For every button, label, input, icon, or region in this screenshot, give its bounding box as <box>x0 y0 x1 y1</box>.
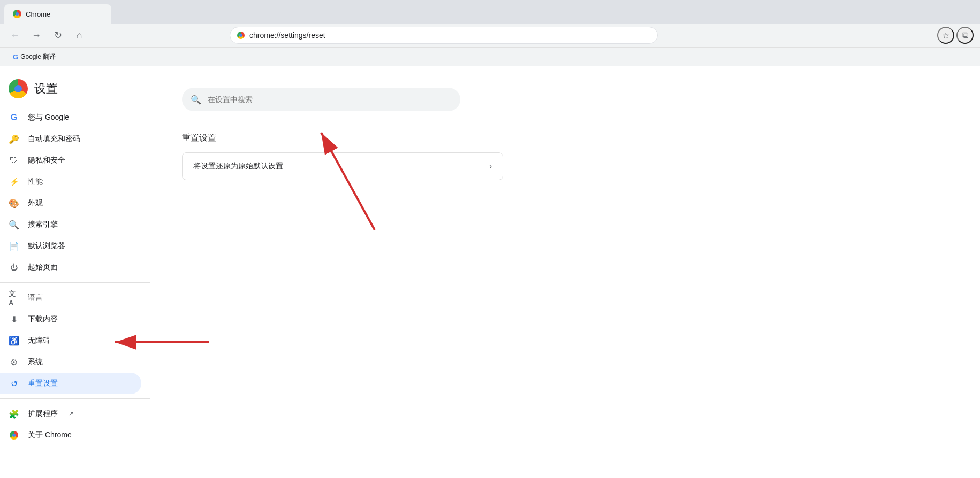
about-icon <box>9 430 19 441</box>
sidebar-item-extensions[interactable]: 🧩 扩展程序 ↗ <box>0 403 141 425</box>
toolbar-right: ☆ ⧉ <box>937 27 974 44</box>
reset-card-label: 将设置还原为原始默认设置 <box>193 161 283 171</box>
address-text: chrome://settings/reset <box>249 31 325 40</box>
bookmark-button[interactable]: ☆ <box>937 27 954 44</box>
sidebar-item-label-search: 搜索引擎 <box>28 220 58 229</box>
settings-title: 设置 <box>34 81 58 97</box>
reload-button[interactable]: ↻ <box>49 27 66 44</box>
search-input[interactable] <box>208 95 452 104</box>
address-bar[interactable]: chrome://settings/reset <box>230 27 658 44</box>
forward-button[interactable]: → <box>28 27 45 44</box>
sidebar-item-label-accessibility: 无障碍 <box>28 336 50 345</box>
settings-logo <box>9 79 28 98</box>
sidebar-item-label-startup: 起始页面 <box>28 263 58 272</box>
external-link-icon: ↗ <box>69 410 74 418</box>
sidebar-item-search[interactable]: 🔍 搜索引擎 <box>0 214 141 235</box>
tab-label: Chrome <box>26 10 50 18</box>
active-tab[interactable]: Chrome <box>4 4 111 24</box>
search-bar[interactable]: 🔍 <box>182 88 460 111</box>
sidebar-item-label-system: 系统 <box>28 357 43 367</box>
sidebar-item-appearance[interactable]: 🎨 外观 <box>0 192 141 214</box>
sidebar-item-autofill[interactable]: 🔑 自动填充和密码 <box>0 128 141 150</box>
bookmark-label: Google 翻译 <box>20 52 56 61</box>
sidebar-item-privacy[interactable]: 🛡 隐私和安全 <box>0 150 141 171</box>
bookmark-google-translate[interactable]: G Google 翻译 <box>9 50 60 64</box>
sidebar-item-label-autofill: 自动填充和密码 <box>28 134 80 144</box>
reset-icon: ↺ <box>9 378 19 389</box>
search-icon: 🔍 <box>191 95 201 105</box>
bookmarks-bar: G Google 翻译 <box>0 47 980 66</box>
sidebar-item-downloads[interactable]: ⬇ 下载内容 <box>0 309 141 330</box>
sidebar-divider <box>0 282 150 283</box>
search-engine-icon: 🔍 <box>9 219 19 230</box>
sidebar-header: 设置 <box>0 75 150 107</box>
sidebar-item-browser[interactable]: 📄 默认浏览器 <box>0 235 141 257</box>
performance-icon: ⚡ <box>9 176 19 187</box>
back-button[interactable]: ← <box>6 27 24 44</box>
tab-bar: Chrome <box>0 0 980 24</box>
security-icon <box>237 31 245 40</box>
sidebar-item-label-language: 语言 <box>28 293 43 303</box>
sidebar-item-label-reset: 重置设置 <box>28 379 58 388</box>
sidebar-item-label-privacy: 隐私和安全 <box>28 156 65 165</box>
home-button[interactable]: ⌂ <box>71 27 88 44</box>
sidebar-item-system[interactable]: ⚙ 系统 <box>0 351 141 373</box>
browser-icon: 📄 <box>9 241 19 251</box>
language-icon: 文A <box>9 292 19 303</box>
sidebar-item-accessibility[interactable]: ♿ 无障碍 <box>0 330 141 351</box>
content-area: 🔍 重置设置 将设置还原为原始默认设置 › <box>150 66 980 478</box>
google-icon: G <box>9 112 19 123</box>
sidebar-item-label-browser: 默认浏览器 <box>28 241 65 251</box>
sidebar-item-label-downloads: 下载内容 <box>28 314 58 324</box>
section-title: 重置设置 <box>182 133 948 144</box>
sidebar-item-language[interactable]: 文A 语言 <box>0 287 141 309</box>
reset-card-arrow-icon: › <box>489 161 492 171</box>
appearance-icon: 🎨 <box>9 198 19 209</box>
sidebar-item-label-appearance: 外观 <box>28 198 43 208</box>
extensions-button[interactable]: ⧉ <box>956 27 974 44</box>
sidebar-item-google[interactable]: G 您与 Google <box>0 107 141 128</box>
system-icon: ⚙ <box>9 357 19 367</box>
sidebar: 设置 G 您与 Google 🔑 自动填充和密码 🛡 隐私和安全 ⚡ 性能 🎨 <box>0 66 150 478</box>
accessibility-icon: ♿ <box>9 335 19 346</box>
sidebar-item-label-google: 您与 Google <box>28 113 69 122</box>
shield-icon: 🛡 <box>9 155 19 166</box>
key-icon: 🔑 <box>9 134 19 144</box>
downloads-icon: ⬇ <box>9 314 19 325</box>
reset-card[interactable]: 将设置还原为原始默认设置 › <box>182 152 503 180</box>
sidebar-divider-2 <box>0 398 150 399</box>
bookmark-icon: G <box>13 53 18 61</box>
sidebar-item-label-performance: 性能 <box>28 177 43 187</box>
sidebar-item-label-about: 关于 Chrome <box>28 430 72 440</box>
startup-icon: ⏻ <box>9 262 19 273</box>
extensions-icon: 🧩 <box>9 408 19 419</box>
browser-toolbar: ← → ↻ ⌂ chrome://settings/reset ☆ ⧉ <box>0 24 980 47</box>
sidebar-item-startup[interactable]: ⏻ 起始页面 <box>0 257 141 278</box>
sidebar-item-about[interactable]: 关于 Chrome <box>0 425 141 446</box>
sidebar-item-label-extensions: 扩展程序 <box>28 409 58 419</box>
tab-favicon <box>13 10 21 18</box>
main-layout: 设置 G 您与 Google 🔑 自动填充和密码 🛡 隐私和安全 ⚡ 性能 🎨 <box>0 66 980 478</box>
sidebar-item-performance[interactable]: ⚡ 性能 <box>0 171 141 192</box>
sidebar-item-reset[interactable]: ↺ 重置设置 <box>0 373 141 394</box>
